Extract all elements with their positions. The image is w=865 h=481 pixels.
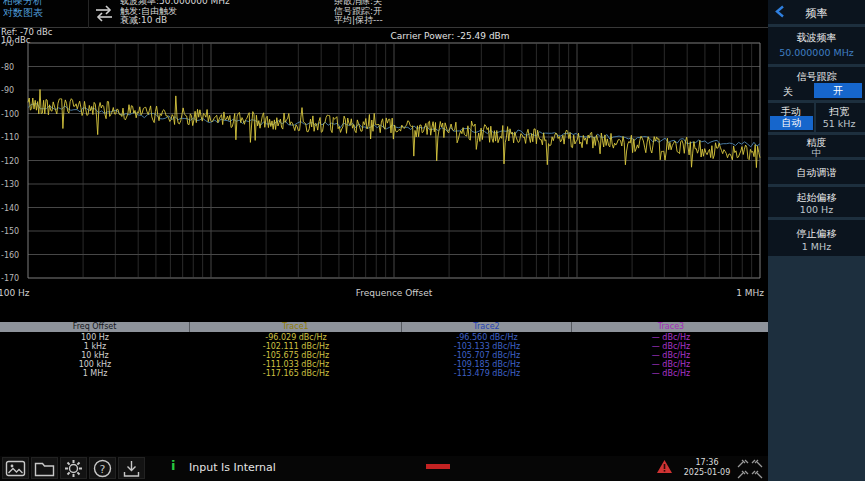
signal-tracking-label: 信号跟踪: [768, 70, 865, 84]
col-header-freq-offset: Freq Offset: [0, 322, 190, 332]
connectivity-status: [737, 459, 763, 479]
cell-trace3: — dBc/Hz: [572, 351, 770, 360]
cell-freq: 10 kHz: [0, 351, 190, 360]
cell-trace2: -96.560 dBc/Hz: [402, 333, 572, 342]
cell-freq: 100 kHz: [0, 360, 190, 369]
auto-tune-label: 自动调谐: [768, 166, 865, 180]
save-button[interactable]: [118, 457, 145, 479]
signal-tracking-off-option[interactable]: 关: [770, 85, 806, 99]
table-row: 10 kHz -105.675 dBc/Hz -105.707 dBc/Hz —…: [0, 351, 770, 360]
warning-indicator[interactable]: [656, 459, 673, 474]
plug-icon: [751, 459, 763, 468]
cell-freq: 100 Hz: [0, 333, 190, 342]
cell-trace1: -105.675 dBc/Hz: [190, 351, 402, 360]
svg-text:-160: -160: [1, 251, 19, 260]
pause-indicator: [426, 464, 450, 469]
settings-column-2: 杂散消除:关 信号跟踪:开 平均|保持---: [334, 0, 383, 28]
svg-text:-120: -120: [1, 157, 19, 166]
clock[interactable]: 17:36 2025-01-09: [680, 458, 734, 478]
svg-text:-110: -110: [1, 133, 19, 142]
svg-text:-150: -150: [1, 227, 19, 236]
gear-icon: [64, 459, 83, 478]
cell-trace3: — dBc/Hz: [572, 342, 770, 351]
sidebar-title: 频率: [768, 6, 865, 21]
svg-text:-100: -100: [1, 110, 19, 119]
svg-text:-90: -90: [1, 86, 14, 95]
cell-trace1: -96.029 dBc/Hz: [190, 333, 402, 342]
plug-icon: [751, 470, 763, 479]
plug-icon: [737, 470, 749, 479]
help-icon: ?: [93, 459, 112, 478]
carrier-frequency-value: 50.000000 MHz: [768, 47, 865, 58]
date-label: 2025-01-09: [680, 468, 734, 478]
table-row: 1 MHz -117.165 dBc/Hz -113.479 dBc/Hz — …: [0, 369, 770, 378]
cell-trace1: -111.033 dBc/Hz: [190, 360, 402, 369]
attenuation-readout: 衰减:10 dB: [120, 16, 230, 26]
help-button[interactable]: ?: [89, 457, 116, 479]
cell-freq: 1 kHz: [0, 342, 190, 351]
col-header-trace2: Trace2: [402, 322, 572, 332]
carrier-frequency-label: 载波频率: [768, 31, 865, 45]
start-offset-label: 起始偏移: [768, 191, 865, 205]
measurement-table-header: Freq Offset Trace1 Trace2 Trace3: [0, 322, 770, 332]
screenshot-button[interactable]: [2, 457, 29, 479]
svg-text:-140: -140: [1, 204, 19, 213]
app-title-line1: 相噪分析: [3, 0, 43, 7]
folder-icon: [34, 460, 55, 477]
warning-triangle-icon: [656, 459, 673, 474]
stop-offset-value: 1 MHz: [768, 241, 865, 252]
svg-text:100 Hz: 100 Hz: [0, 288, 30, 298]
svg-text:-130: -130: [1, 180, 19, 189]
app-title: 相噪分析 对数图表: [3, 0, 43, 28]
col-header-trace1: Trace1: [190, 322, 402, 332]
save-icon: [122, 459, 141, 478]
screenshot-icon: [5, 460, 26, 477]
svg-text:?: ?: [100, 462, 106, 475]
svg-text:-170: -170: [1, 274, 19, 283]
span-value: 51 kHz: [816, 118, 862, 129]
cell-trace2: -105.707 dBc/Hz: [402, 351, 572, 360]
plug-icon: [737, 459, 749, 468]
cell-freq: 1 MHz: [0, 369, 190, 378]
input-status-info-icon: i: [171, 458, 175, 473]
signal-tracking-on-option[interactable]: 开: [814, 83, 862, 98]
cell-trace3: — dBc/Hz: [572, 333, 770, 342]
span-auto-option[interactable]: 自动: [770, 116, 813, 130]
settings-column-1: 载波频率:50.000000 MHz 触发:自由触发 衰减:10 dB: [120, 0, 230, 28]
settings-button[interactable]: [60, 457, 87, 479]
phase-noise-chart: -70-80-90-100-110-120-130-140-150-160-17…: [0, 40, 770, 302]
file-manager-button[interactable]: [31, 457, 58, 479]
continuous-sweep-icon[interactable]: [92, 4, 116, 23]
svg-text:-70: -70: [1, 40, 14, 48]
table-row: 100 kHz -111.033 dBc/Hz -109.185 dBc/Hz …: [0, 360, 770, 369]
col-header-trace3: Trace3: [572, 322, 770, 332]
app-title-line2: 对数图表: [3, 7, 43, 19]
precision-value: 中: [768, 147, 865, 160]
span-label: 扫宽: [816, 105, 862, 119]
input-status-text: Input Is Internal: [189, 461, 276, 474]
average-hold-readout: 平均|保持---: [334, 16, 383, 26]
table-row: 1 kHz -102.111 dBc/Hz -103.133 dBc/Hz — …: [0, 342, 770, 351]
stop-offset-label: 停止偏移: [768, 227, 865, 241]
svg-text:-80: -80: [1, 63, 14, 72]
cell-trace3: — dBc/Hz: [572, 360, 770, 369]
cell-trace1: -102.111 dBc/Hz: [190, 342, 402, 351]
cell-trace1: -117.165 dBc/Hz: [190, 369, 402, 378]
cell-trace2: -103.133 dBc/Hz: [402, 342, 572, 351]
table-row: 100 Hz -96.029 dBc/Hz -96.560 dBc/Hz — d…: [0, 333, 770, 342]
time-label: 17:36: [680, 458, 734, 468]
top-info-bar: 相噪分析 对数图表 载波频率:50.000000 MHz 触发:自由触发 衰减:…: [0, 0, 768, 28]
cell-trace2: -109.185 dBc/Hz: [402, 360, 572, 369]
cell-trace3: — dBc/Hz: [572, 369, 770, 378]
cell-trace2: -113.479 dBc/Hz: [402, 369, 572, 378]
svg-text:Frequence Offset: Frequence Offset: [356, 288, 433, 298]
divider: [88, 0, 89, 28]
svg-text:1 MHz: 1 MHz: [736, 288, 764, 298]
start-offset-value: 100 Hz: [768, 204, 865, 215]
